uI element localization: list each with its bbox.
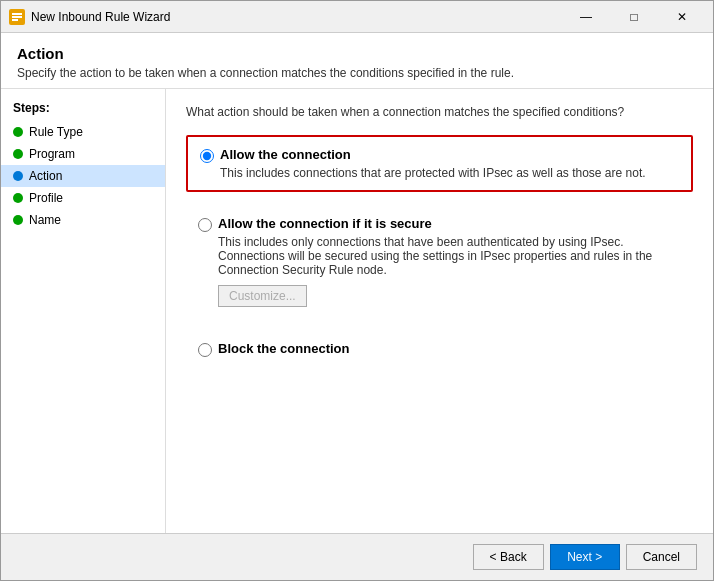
title-bar-text: New Inbound Rule Wizard xyxy=(31,10,563,24)
svg-rect-3 xyxy=(12,19,18,21)
back-button[interactable]: < Back xyxy=(473,544,544,570)
option-block-row: Block the connection xyxy=(198,341,681,357)
svg-rect-2 xyxy=(12,16,22,18)
option-allow-secure-box: Allow the connection if it is secure Thi… xyxy=(186,206,693,317)
radio-allow-secure[interactable] xyxy=(198,218,212,232)
minimize-button[interactable]: — xyxy=(563,3,609,31)
allow-secure-label: Allow the connection if it is secure xyxy=(218,216,432,231)
content-area: Steps: Rule Type Program Action Profile … xyxy=(1,89,713,533)
sidebar-item-action[interactable]: Action xyxy=(1,165,165,187)
sidebar-label-program: Program xyxy=(29,147,75,161)
title-bar: New Inbound Rule Wizard — □ ✕ xyxy=(1,1,713,33)
sidebar-label-action: Action xyxy=(29,169,62,183)
next-button[interactable]: Next > xyxy=(550,544,620,570)
option-allow-row: Allow the connection xyxy=(200,147,679,163)
radio-block[interactable] xyxy=(198,343,212,357)
sidebar-label-profile: Profile xyxy=(29,191,63,205)
steps-label: Steps: xyxy=(1,101,165,121)
dot-icon-action xyxy=(13,171,23,181)
svg-rect-1 xyxy=(12,13,22,15)
sidebar-item-name[interactable]: Name xyxy=(1,209,165,231)
dot-icon-rule-type xyxy=(13,127,23,137)
radio-allow[interactable] xyxy=(200,149,214,163)
option-allow-box: Allow the connection This includes conne… xyxy=(186,135,693,192)
option-block-box: Block the connection xyxy=(186,331,693,367)
customize-button[interactable]: Customize... xyxy=(218,285,307,307)
dot-icon-program xyxy=(13,149,23,159)
page-description: Specify the action to be taken when a co… xyxy=(17,66,697,80)
sidebar-item-program[interactable]: Program xyxy=(1,143,165,165)
window-icon xyxy=(9,9,25,25)
cancel-button[interactable]: Cancel xyxy=(626,544,697,570)
option-allow-secure-row: Allow the connection if it is secure xyxy=(198,216,681,232)
sidebar-item-rule-type[interactable]: Rule Type xyxy=(1,121,165,143)
wizard-window: New Inbound Rule Wizard — □ ✕ Action Spe… xyxy=(0,0,714,581)
allow-secure-description: This includes only connections that have… xyxy=(218,235,681,277)
page-header: Action Specify the action to be taken wh… xyxy=(1,33,713,89)
sidebar: Steps: Rule Type Program Action Profile … xyxy=(1,89,166,533)
sidebar-label-name: Name xyxy=(29,213,61,227)
maximize-button[interactable]: □ xyxy=(611,3,657,31)
sidebar-item-profile[interactable]: Profile xyxy=(1,187,165,209)
dot-icon-name xyxy=(13,215,23,225)
close-button[interactable]: ✕ xyxy=(659,3,705,31)
question-text: What action should be taken when a conne… xyxy=(186,105,693,119)
footer: < Back Next > Cancel xyxy=(1,533,713,580)
page-title: Action xyxy=(17,45,697,62)
allow-description: This includes connections that are prote… xyxy=(220,166,679,180)
allow-label: Allow the connection xyxy=(220,147,351,162)
block-label: Block the connection xyxy=(218,341,349,356)
main-panel: What action should be taken when a conne… xyxy=(166,89,713,533)
sidebar-label-rule-type: Rule Type xyxy=(29,125,83,139)
dot-icon-profile xyxy=(13,193,23,203)
title-bar-controls: — □ ✕ xyxy=(563,3,705,31)
